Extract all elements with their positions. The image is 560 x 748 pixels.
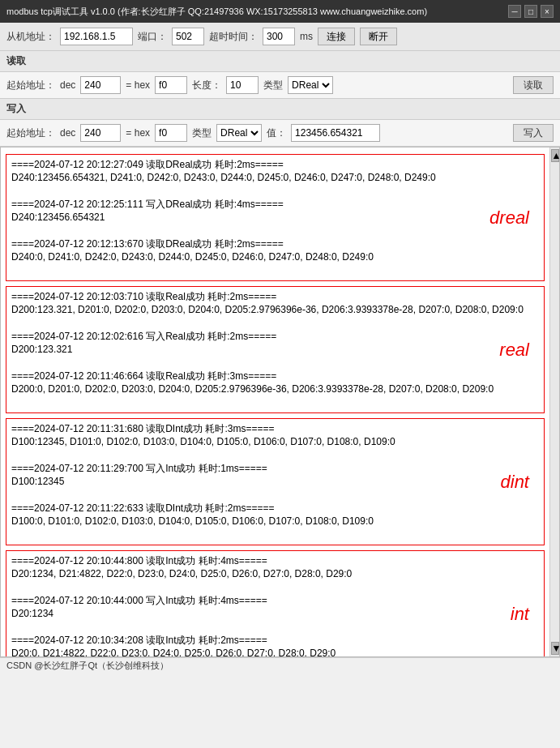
timeout-unit: ms [300, 31, 313, 42]
log-entry: ====2024-07-12 20:12:02:616 写入Real成功 耗时:… [11, 330, 539, 355]
log-entry: ====2024-07-12 20:12:27:049 读取DReal成功 耗时… [11, 158, 539, 183]
read-button[interactable]: 读取 [513, 76, 554, 94]
timeout-label: 超时时间： [209, 30, 258, 44]
log-header: ====2024-07-12 20:10:44:000 写入Int成功 耗时:4… [11, 594, 539, 608]
maximize-button[interactable]: □ [524, 5, 537, 18]
write-type-label: 类型 [192, 126, 212, 140]
log-entry: ====2024-07-12 20:11:29:700 写入Int成功 耗时:1… [11, 462, 539, 487]
log-entry: ====2024-07-12 20:11:31:680 读取DInt成功 耗时:… [11, 422, 539, 447]
log-block-dreal: ====2024-07-12 20:12:27:049 读取DReal成功 耗时… [6, 154, 545, 281]
log-entry: ====2024-07-12 20:11:22:633 读取DInt成功 耗时:… [11, 502, 539, 527]
minimize-button[interactable]: ─ [508, 5, 521, 18]
log-body: D20:1234, D21:4822, D22:0, D23:0, D24:0,… [11, 568, 539, 579]
log-header: ====2024-07-12 20:12:25:111 写入DReal成功 耗时… [11, 198, 539, 212]
read-length-label: 长度： [192, 79, 221, 92]
log-header: ====2024-07-12 20:11:29:700 写入Int成功 耗时:1… [11, 462, 539, 476]
log-body: D240:123456.654321, D241:0, D242:0, D243… [11, 172, 539, 183]
write-dec-label: dec [60, 127, 75, 139]
log-body: D100:12345 [11, 476, 539, 487]
log-body: D20:0, D21:4822, D22:0, D23:0, D24:0, D2… [11, 648, 539, 656]
log-entry: ====2024-07-12 20:11:46:664 读取Real成功 耗时:… [11, 370, 539, 395]
log-header: ====2024-07-12 20:12:02:616 写入Real成功 耗时:… [11, 330, 539, 344]
write-value-input[interactable] [291, 124, 380, 142]
write-section-label: 写入 [0, 99, 560, 120]
log-body: D20:1234 [11, 608, 539, 619]
status-bar: CSDN @长沙红胖子Qt（长沙创维科技） [0, 657, 560, 673]
read-type-label: 类型 [263, 79, 283, 92]
log-entry: ====2024-07-12 20:10:44:000 写入Int成功 耗时:4… [11, 594, 539, 619]
status-left: CSDN @长沙红胖子Qt（长沙创维科技） [6, 660, 169, 672]
read-dec-label: dec [60, 79, 75, 91]
read-type-select[interactable]: DReal Real DInt Int Bool [288, 76, 333, 94]
log-body: D200:123.321 [11, 344, 539, 355]
log-content[interactable]: ====2024-07-12 20:12:27:049 读取DReal成功 耗时… [1, 147, 549, 656]
read-length-input[interactable] [226, 76, 259, 94]
read-hex-eq: = hex [126, 79, 150, 91]
write-hex-input[interactable] [155, 124, 187, 142]
log-entry: ====2024-07-12 20:10:34:208 读取Int成功 耗时:2… [11, 634, 539, 656]
log-header: ====2024-07-12 20:12:27:049 读取DReal成功 耗时… [11, 158, 539, 172]
disconnect-button[interactable]: 断开 [360, 28, 397, 45]
write-button[interactable]: 写入 [513, 124, 554, 142]
port-label: 端口： [138, 30, 167, 44]
log-block-int: ====2024-07-12 20:10:44:800 读取Int成功 耗时:4… [6, 550, 545, 656]
log-body: D100:0, D101:0, D102:0, D103:0, D104:0, … [11, 515, 539, 527]
read-section-label: 读取 [0, 51, 560, 72]
log-body: D240:0, D241:0, D242:0, D243:0, D244:0, … [11, 251, 539, 263]
close-button[interactable]: × [541, 5, 554, 18]
write-start-addr-input[interactable] [80, 124, 121, 142]
log-body: D200:123.321, D201:0, D202:0, D203:0, D2… [11, 304, 539, 315]
scrollbar[interactable]: ▲ ▼ [549, 147, 559, 656]
connect-button[interactable]: 连接 [318, 28, 355, 45]
log-header: ====2024-07-12 20:12:03:710 读取Real成功 耗时:… [11, 290, 539, 304]
log-header: ====2024-07-12 20:10:34:208 读取Int成功 耗时:2… [11, 634, 539, 648]
read-section-row: 起始地址： dec = hex 长度： 类型 DReal Real DInt I… [0, 72, 560, 99]
toolbar: 从机地址： 端口： 超时时间： ms 连接 断开 [0, 23, 560, 51]
log-body: D240:123456.654321 [11, 212, 539, 223]
write-section-row: 起始地址： dec = hex 类型 DReal Real DInt Int B… [0, 120, 560, 147]
log-entry: ====2024-07-12 20:10:44:800 读取Int成功 耗时:4… [11, 554, 539, 579]
log-header: ====2024-07-12 20:10:44:800 读取Int成功 耗时:4… [11, 554, 539, 568]
from-addr-label: 从机地址： [6, 30, 55, 44]
port-input[interactable] [172, 28, 204, 45]
log-area: ====2024-07-12 20:12:27:049 读取DReal成功 耗时… [0, 147, 560, 657]
read-hex-input[interactable] [155, 76, 187, 94]
read-start-addr-label: 起始地址： [6, 79, 55, 92]
timeout-input[interactable] [263, 28, 295, 45]
read-start-addr-input[interactable] [80, 76, 121, 94]
log-block-dint: ====2024-07-12 20:11:31:680 读取DInt成功 耗时:… [6, 418, 545, 545]
log-header: ====2024-07-12 20:12:13:670 读取DReal成功 耗时… [11, 237, 539, 251]
log-block-real: ====2024-07-12 20:12:03:710 读取Real成功 耗时:… [6, 286, 545, 413]
window-controls: ─ □ × [508, 5, 554, 18]
log-header: ====2024-07-12 20:11:46:664 读取Real成功 耗时:… [11, 370, 539, 383]
log-header: ====2024-07-12 20:11:31:680 读取DInt成功 耗时:… [11, 422, 539, 436]
scrollbar-down-button[interactable]: ▼ [551, 642, 559, 655]
title-bar: modbus tcp调试工具 v1.0.0 (作者:长沙红胖子 QQ:21497… [0, 0, 560, 23]
log-header: ====2024-07-12 20:11:22:633 读取DInt成功 耗时:… [11, 502, 539, 515]
write-start-addr-label: 起始地址： [6, 126, 55, 140]
write-type-select[interactable]: DReal Real DInt Int Bool [216, 124, 262, 142]
scrollbar-up-button[interactable]: ▲ [551, 149, 559, 162]
write-hex-eq: = hex [126, 127, 150, 139]
log-entry: ====2024-07-12 20:12:13:670 读取DReal成功 耗时… [11, 237, 539, 263]
from-addr-input[interactable] [60, 28, 133, 45]
log-body: D100:12345, D101:0, D102:0, D103:0, D104… [11, 436, 539, 447]
log-entry: ====2024-07-12 20:12:25:111 写入DReal成功 耗时… [11, 198, 539, 223]
log-body: D200:0, D201:0, D202:0, D203:0, D204:0, … [11, 383, 539, 395]
write-value-label: 值： [267, 126, 286, 140]
title-text: modbus tcp调试工具 v1.0.0 (作者:长沙红胖子 QQ:21497… [6, 6, 427, 18]
log-entry: ====2024-07-12 20:12:03:710 读取Real成功 耗时:… [11, 290, 539, 315]
